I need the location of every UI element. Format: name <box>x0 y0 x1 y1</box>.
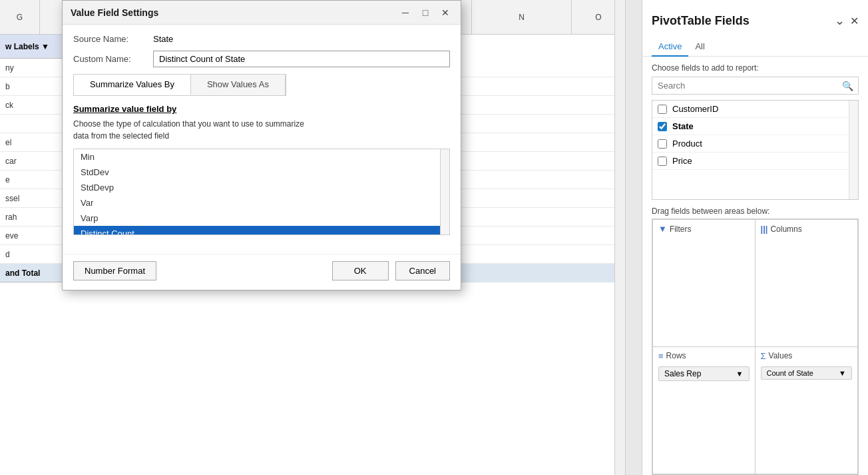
tab-show-values-as[interactable]: Show Values As <box>191 75 286 95</box>
field-checkbox-customerid[interactable] <box>658 105 667 114</box>
field-item-product: Product <box>652 135 858 153</box>
columns-icon: ||| <box>761 224 768 234</box>
field-label-price: Price <box>672 156 692 166</box>
field-label-product: Product <box>672 139 702 149</box>
dialog-controls: ─ □ ✕ <box>398 5 453 20</box>
dialog-list-container: Min StdDev StdDevp Var Varp Distinct Cou… <box>73 149 450 235</box>
spreadsheet-scrollbar[interactable] <box>614 0 625 475</box>
columns-header: ||| Columns <box>761 224 853 234</box>
tab-active[interactable]: Active <box>652 37 688 57</box>
filters-header: ▼ Filters <box>658 224 750 234</box>
pivot-fields-list: CustomerID State Product Price <box>652 100 859 200</box>
field-label-state: State <box>672 121 694 131</box>
dialog-section-title: Summarize value field by <box>73 104 450 114</box>
pivot-area-filters: ▼ Filters <box>652 219 756 347</box>
list-item-stddev[interactable]: StdDev <box>74 165 440 180</box>
pivot-area-columns: ||| Columns <box>756 219 859 347</box>
value-field-settings-dialog: Value Field Settings ─ □ ✕ Source Name: … <box>62 0 461 290</box>
pivot-search-input[interactable] <box>652 77 859 95</box>
columns-label: Columns <box>770 225 801 234</box>
list-item-distinct-count[interactable]: Distinct Count <box>74 226 440 235</box>
pivot-panel-title: PivotTable Fields <box>652 14 750 28</box>
dialog-list-scrollbar[interactable] <box>441 149 450 235</box>
pivot-chevron-icon[interactable]: ⌄ <box>835 13 845 28</box>
col-g-header: G <box>0 0 40 34</box>
col-n-header: N <box>472 0 572 34</box>
values-tag-label: Count of State <box>767 369 813 377</box>
field-item-price: Price <box>652 153 858 170</box>
number-format-button[interactable]: Number Format <box>73 261 156 280</box>
pivot-area-values: Σ Values Count of State ▼ <box>756 347 859 475</box>
pivot-drag-label: Drag fields between areas below: <box>642 200 868 219</box>
pivot-panel: PivotTable Fields ⌄ ✕ Active All Choose … <box>642 0 868 475</box>
filter-icon: ▼ <box>658 224 667 234</box>
rows-tag[interactable]: Sales Rep ▼ <box>658 366 750 381</box>
dialog-body: Source Name: State Custom Name: Summariz… <box>63 25 461 254</box>
list-item-var[interactable]: Var <box>74 195 440 211</box>
source-name-value: State <box>153 34 173 44</box>
rows-tag-dropdown[interactable]: ▼ <box>736 370 744 378</box>
rows-label: Rows <box>666 351 686 360</box>
pivot-close-icon[interactable]: ✕ <box>850 15 859 27</box>
dialog-title: Value Field Settings <box>71 7 158 18</box>
pivot-panel-header-icons: ⌄ ✕ <box>835 13 859 28</box>
dialog-titlebar: Value Field Settings ─ □ ✕ <box>63 1 461 25</box>
dialog-description: Choose the type of calculation that you … <box>73 118 450 142</box>
pivot-area-rows: ≡ Rows Sales Rep ▼ <box>652 347 756 475</box>
values-tag-dropdown[interactable]: ▼ <box>839 369 846 377</box>
custom-name-input[interactable] <box>153 51 450 67</box>
field-item-state: State <box>652 118 858 135</box>
values-header: Σ Values <box>761 351 853 361</box>
pivot-fields-label: Choose fields to add to report: <box>642 57 868 77</box>
field-checkbox-price[interactable] <box>658 157 667 166</box>
dialog-maximize-button[interactable]: □ <box>418 5 433 20</box>
fields-scrollbar[interactable] <box>849 101 858 199</box>
tab-all[interactable]: All <box>688 37 711 57</box>
pivot-search-container: 🔍 <box>652 77 859 95</box>
dialog-tabs: Summarize Values By Show Values As <box>73 74 286 96</box>
pivot-tabs: Active All <box>642 37 868 57</box>
rows-header: ≡ Rows <box>658 351 750 361</box>
values-icon: Σ <box>761 351 766 361</box>
field-checkbox-product[interactable] <box>658 139 667 149</box>
list-item-min[interactable]: Min <box>74 149 440 165</box>
dialog-footer: Number Format OK Cancel <box>63 254 461 290</box>
dialog-close-button[interactable]: ✕ <box>438 5 453 20</box>
dialog-minimize-button[interactable]: ─ <box>398 5 413 20</box>
cancel-button[interactable]: Cancel <box>395 261 450 280</box>
field-item-customerid: CustomerID <box>652 101 858 118</box>
dialog-footer-buttons: OK Cancel <box>332 261 450 280</box>
ok-button[interactable]: OK <box>332 261 389 280</box>
source-name-row: Source Name: State <box>73 34 450 44</box>
list-item-varp[interactable]: Varp <box>74 211 440 226</box>
rows-icon: ≡ <box>658 351 664 361</box>
source-name-label: Source Name: <box>73 34 146 44</box>
custom-name-row: Custom Name: <box>73 51 450 67</box>
values-label: Values <box>769 351 793 360</box>
tab-summarize-values-by[interactable]: Summarize Values By <box>74 75 191 95</box>
filters-label: Filters <box>670 225 692 234</box>
field-label-customerid: CustomerID <box>672 104 718 114</box>
list-item-stddevp[interactable]: StdDevp <box>74 180 440 195</box>
field-checkbox-state[interactable] <box>658 122 667 131</box>
pivot-areas: ▼ Filters ||| Columns ≡ Rows Sales Rep ▼ <box>652 219 859 475</box>
values-tag[interactable]: Count of State ▼ <box>761 366 853 380</box>
search-icon: 🔍 <box>842 81 853 91</box>
dialog-calculation-list[interactable]: Min StdDev StdDevp Var Varp Distinct Cou… <box>73 149 441 235</box>
custom-name-label: Custom Name: <box>73 54 146 64</box>
pivot-panel-header: PivotTable Fields ⌄ ✕ <box>642 0 868 33</box>
rows-tag-label: Sales Rep <box>664 369 701 378</box>
